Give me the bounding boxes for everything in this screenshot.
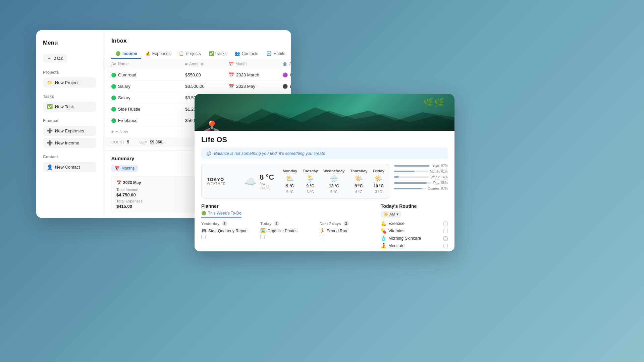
- routine-item-meditate: 🧘 Meditate: [381, 243, 448, 248]
- tasks-tab-icon: ✅: [209, 51, 214, 56]
- status-dot: [111, 73, 116, 77]
- new-task-icon: ✅: [47, 104, 53, 109]
- months-icon: 📅: [115, 166, 120, 171]
- routine-chevron-icon: ▾: [396, 212, 398, 217]
- row-name: Gumroad: [111, 72, 185, 77]
- back-button[interactable]: ← Back: [43, 54, 67, 63]
- planner-col-yesterday: Yesterday 3 🎮 Start Quarterly Report: [201, 221, 257, 239]
- thursday-weather-icon: 🌤️: [355, 174, 363, 182]
- tasks-label: Tasks: [43, 94, 96, 99]
- meditate-icon: 🧘: [381, 243, 386, 248]
- tab-tasks[interactable]: ✅ Tasks: [205, 49, 231, 59]
- new-expenses-icon: ➕: [47, 128, 53, 133]
- planner-col-next7: Next 7 days 3 🏃 Errand Run: [320, 221, 375, 239]
- contacts-tab-icon: 👥: [235, 51, 240, 56]
- projects-section: Projects 📁 New Project: [43, 70, 96, 87]
- sidebar: Menu ← Back Projects 📁 New Project Tasks…: [36, 30, 103, 218]
- wednesday-weather-icon: 🌧️: [330, 174, 338, 182]
- vitamins-icon: 💊: [381, 228, 386, 234]
- tab-habits[interactable]: 🔄 Habits: [262, 49, 289, 59]
- year-bar: [394, 165, 429, 167]
- row-month: 📅2023 March: [229, 72, 282, 77]
- hero-decoration: 🌿🌿: [423, 97, 444, 108]
- row-amount: $550.00: [185, 72, 229, 77]
- tab-income[interactable]: 🟢 Income: [111, 49, 141, 59]
- monday-weather-icon: ⛅: [286, 174, 294, 182]
- expenses-tab-icon: 💰: [145, 51, 151, 56]
- projects-label: Projects: [43, 70, 96, 75]
- col-name: Aa Name: [111, 62, 185, 66]
- right-panel: 🕹️ 🌿🌿 Life OS ⚖️ Balance is not somethin…: [195, 94, 454, 251]
- status-dot: [111, 84, 116, 89]
- task-emoji: 🏃: [320, 228, 325, 233]
- tab-expenses[interactable]: 💰 Expenses: [141, 49, 175, 59]
- list-item: 🎮 Start Quarterly Report: [201, 228, 257, 239]
- meditate-checkbox[interactable]: [443, 244, 448, 248]
- tab-resources[interactable]: 📚 Resources: [289, 49, 291, 59]
- weather-day-monday: Monday ⛅ 9 °C 5 °C: [283, 169, 297, 194]
- stat-month: Month: 61%: [394, 170, 448, 173]
- list-item: 🖼️ Organize Photos: [260, 228, 316, 239]
- stat-day: Day: 88%: [394, 181, 448, 185]
- add-icon: +: [111, 129, 114, 134]
- week-bar: [394, 176, 399, 178]
- inbox-tabs: 🟢 Income 💰 Expenses 📋 Projects ✅ Tasks 👥: [111, 49, 283, 59]
- weather-label: WEATHER: [207, 182, 244, 186]
- weather-city: TOKYO: [207, 177, 244, 182]
- routine-item-vitamins: 💊 Vitamins: [381, 228, 448, 234]
- planner-title: Planner: [201, 203, 375, 209]
- new-contact-button[interactable]: 👤 New Contact: [43, 162, 96, 172]
- projects-tab-icon: 📋: [179, 51, 184, 56]
- new-project-icon: 📁: [47, 80, 53, 85]
- quarter-bar: [394, 188, 422, 189]
- skincare-icon: 🧴: [381, 236, 386, 241]
- life-os-content: Life OS ⚖️ Balance is not something you …: [195, 131, 454, 251]
- weather-location: TOKYO WEATHER: [207, 177, 244, 186]
- task-emoji: 🎮: [201, 228, 207, 233]
- task-checkbox[interactable]: [260, 235, 265, 239]
- tuesday-weather-icon: 🌦️: [306, 174, 315, 182]
- friday-weather-icon: 🌤️: [374, 174, 383, 182]
- new-task-button[interactable]: ✅ New Task: [43, 102, 96, 112]
- weather-forecast: Monday ⛅ 9 °C 5 °C Tuesday 🌦️ 9 °C 6 °C …: [283, 169, 384, 194]
- new-project-button[interactable]: 📁 New Project: [43, 77, 96, 87]
- task-checkbox[interactable]: [201, 235, 206, 239]
- planner-columns: Yesterday 3 🎮 Start Quarterly Report: [201, 221, 375, 239]
- row-account: 🟣Gumroad: [282, 72, 291, 77]
- planner-tab[interactable]: 🟢 This Week's To-Do: [201, 211, 241, 218]
- skincare-checkbox[interactable]: [443, 236, 448, 241]
- task-checkbox[interactable]: [320, 235, 324, 239]
- row-account: ⚫Bank Account: [282, 84, 291, 89]
- finance-section: Finance ➕ New Expenses ➕ New Income: [43, 118, 96, 148]
- summary-tab-months[interactable]: 📅 Months: [111, 165, 138, 172]
- stat-year: Year: 97%: [394, 164, 448, 168]
- income-tab-icon: 🟢: [115, 51, 121, 56]
- stat-week: Week: 14%: [394, 175, 448, 179]
- exercise-icon: 💪: [381, 221, 386, 226]
- vitamins-checkbox[interactable]: [443, 229, 448, 233]
- status-dot: [111, 96, 116, 100]
- new-expenses-button[interactable]: ➕ New Expenses: [43, 126, 96, 136]
- back-arrow-icon: ←: [47, 56, 51, 61]
- table-row: Salary $3,500.00 📅2023 May ⚫Bank Account: [103, 81, 291, 92]
- weather-day-tuesday: Tuesday 🌦️ 9 °C 6 °C: [303, 169, 318, 194]
- row-amount: $3,500.00: [185, 84, 229, 89]
- col-account: 🏦 Account: [282, 62, 291, 66]
- routine-tab-am[interactable]: ☀️ AM ▾: [381, 211, 401, 218]
- tab-projects[interactable]: 📋 Projects: [175, 49, 205, 59]
- contact-label: Contact: [43, 155, 96, 159]
- finance-label: Finance: [43, 118, 96, 123]
- tab-contacts[interactable]: 👥 Contacts: [231, 49, 262, 59]
- income-label: Total Income: [116, 188, 190, 192]
- weather-day-thursday: Thursday 🌤️ 9 °C 4 °C: [350, 169, 368, 194]
- planner-tab-icon: 🟢: [201, 211, 206, 216]
- new-income-button[interactable]: ➕ New Income: [43, 138, 96, 148]
- habits-tab-icon: 🔄: [266, 51, 272, 56]
- stat-quarter: Quarter: 87%: [394, 187, 448, 190]
- exercise-checkbox[interactable]: [443, 222, 448, 226]
- tasks-section: Tasks ✅ New Task: [43, 94, 96, 112]
- weather-day-wednesday: Wednesday 🌧️ 13 °C 5 °C: [323, 169, 345, 194]
- list-item: 🏃 Errand Run: [320, 228, 375, 239]
- routine-section: Today's Routine ☀️ AM ▾ 💪 Exercise 💊: [381, 203, 448, 250]
- col-amount: # Amount: [185, 62, 229, 66]
